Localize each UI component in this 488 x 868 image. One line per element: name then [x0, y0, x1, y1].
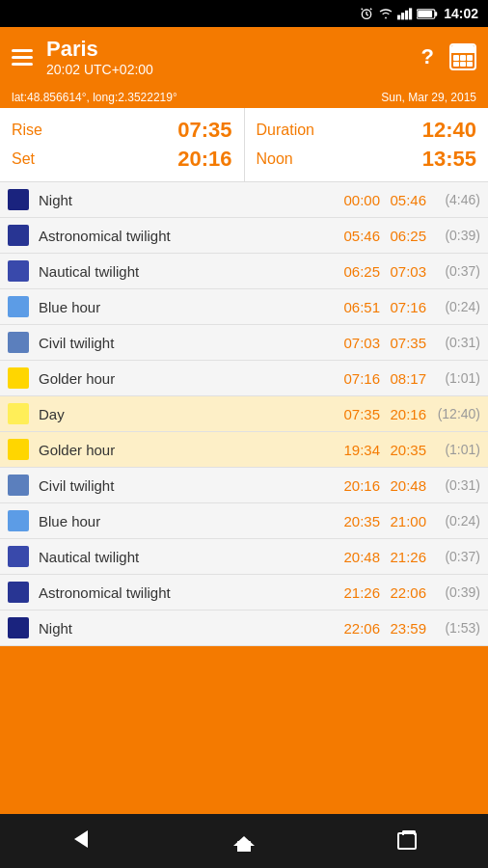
back-arrow-icon	[74, 828, 88, 854]
status-icons	[359, 6, 438, 21]
calendar-button[interactable]	[449, 43, 476, 70]
row-end-time: 21:00	[388, 513, 426, 529]
set-row: Set 20:16	[12, 145, 232, 174]
table-row: Nautical twilight 06:25 07:03 (0:37)	[0, 254, 488, 289]
row-end-time: 23:59	[388, 620, 426, 637]
row-label: Night	[39, 620, 341, 637]
row-color-box	[8, 403, 29, 424]
coords-bar: lat:48.856614°, long:2.3522219° Sun, Mar…	[0, 87, 488, 108]
row-color-box	[8, 617, 29, 638]
help-button[interactable]: ?	[421, 44, 434, 69]
row-duration: (1:01)	[434, 442, 480, 457]
row-times: 20:35 21:00 (0:24)	[341, 513, 480, 529]
row-end-time: 06:25	[388, 228, 426, 244]
header-left: Paris 20:02 UTC+02:00	[12, 37, 153, 77]
row-label: Day	[39, 406, 341, 422]
row-duration: (0:37)	[434, 549, 480, 564]
row-label: Night	[39, 192, 341, 208]
row-label: Blue hour	[39, 299, 341, 315]
row-color-box	[8, 225, 29, 246]
row-color-box	[8, 546, 29, 567]
app-header: Paris 20:02 UTC+02:00 ?	[0, 27, 488, 87]
status-time: 14:02	[444, 6, 478, 21]
svg-rect-4	[409, 8, 412, 19]
rise-value: 07:35	[177, 118, 231, 143]
row-duration: (1:01)	[434, 370, 480, 386]
row-start-time: 05:46	[341, 228, 380, 244]
svg-rect-3	[405, 11, 408, 20]
row-times: 06:25 07:03 (0:37)	[341, 263, 480, 280]
table-row: Nautical twilight 20:48 21:26 (0:37)	[0, 539, 488, 575]
row-times: 20:48 21:26 (0:37)	[341, 549, 480, 565]
table-row: Golder hour 19:34 20:35 (1:01)	[0, 432, 488, 468]
row-label: Civil twilight	[39, 477, 341, 494]
row-duration: (4:46)	[434, 192, 480, 207]
row-times: 06:51 07:16 (0:24)	[341, 299, 480, 315]
row-duration: (0:31)	[434, 477, 480, 493]
header-right: ?	[421, 43, 476, 70]
row-times: 07:35 20:16 (12:40)	[341, 406, 480, 422]
row-color-box	[8, 296, 29, 317]
row-duration: (1:53)	[434, 620, 480, 636]
bottom-navigation	[0, 814, 488, 868]
row-end-time: 08:17	[388, 370, 426, 387]
row-end-time: 07:35	[388, 335, 426, 351]
duration-value: 12:40	[422, 118, 476, 143]
row-label: Civil twilight	[39, 335, 341, 351]
noon-value: 13:55	[422, 147, 476, 172]
table-row: Blue hour 20:35 21:00 (0:24)	[0, 503, 488, 539]
row-color-box	[8, 260, 29, 282]
row-end-time: 21:26	[388, 549, 426, 565]
row-label: Golder hour	[39, 370, 341, 387]
twilight-table: Night 00:00 05:46 (4:46) Astronomical tw…	[0, 182, 488, 646]
svg-rect-1	[397, 15, 400, 20]
row-color-box	[8, 510, 29, 531]
row-label: Golder hour	[39, 442, 341, 458]
recents-icon	[397, 832, 417, 850]
table-row: Civil twilight 20:16 20:48 (0:31)	[0, 468, 488, 503]
row-start-time: 19:34	[341, 442, 380, 458]
row-times: 00:00 05:46 (4:46)	[341, 192, 480, 208]
table-row: Night 00:00 05:46 (4:46)	[0, 182, 488, 218]
row-color-box	[8, 332, 29, 353]
info-panel: Rise 07:35 Set 20:16 Duration 12:40 Noon…	[0, 108, 488, 182]
svg-rect-2	[401, 13, 404, 19]
row-start-time: 06:25	[341, 263, 380, 280]
row-duration: (12:40)	[434, 406, 480, 421]
row-end-time: 05:46	[388, 192, 426, 208]
menu-button[interactable]	[12, 49, 33, 66]
row-label: Astronomical twilight	[39, 584, 341, 601]
rise-row: Rise 07:35	[12, 116, 232, 145]
noon-label: Noon	[257, 150, 293, 168]
row-times: 07:16 08:17 (1:01)	[341, 370, 480, 387]
noon-row: Noon 13:55	[257, 145, 477, 174]
row-color-box	[8, 582, 29, 603]
row-times: 20:16 20:48 (0:31)	[341, 477, 480, 494]
row-color-box	[8, 439, 29, 460]
recents-button[interactable]	[378, 822, 436, 860]
row-label: Nautical twilight	[39, 263, 341, 280]
row-times: 07:03 07:35 (0:31)	[341, 335, 480, 351]
table-row: Golder hour 07:16 08:17 (1:01)	[0, 361, 488, 396]
home-button[interactable]	[215, 822, 273, 860]
row-duration: (0:24)	[434, 299, 480, 314]
row-duration: (0:24)	[434, 513, 480, 529]
back-button[interactable]	[52, 822, 110, 860]
table-row: Astronomical twilight 05:46 06:25 (0:39)	[0, 218, 488, 254]
table-row: Blue hour 06:51 07:16 (0:24)	[0, 289, 488, 325]
row-end-time: 20:48	[388, 477, 426, 494]
table-row: Night 22:06 23:59 (1:53)	[0, 610, 488, 646]
row-start-time: 22:06	[341, 620, 380, 637]
row-color-box	[8, 189, 29, 210]
battery-icon	[417, 8, 438, 20]
row-color-box	[8, 475, 29, 496]
row-end-time: 20:35	[388, 442, 426, 458]
row-end-time: 07:03	[388, 263, 426, 280]
row-start-time: 21:26	[341, 584, 380, 601]
row-start-time: 06:51	[341, 299, 380, 315]
table-row: Astronomical twilight 21:26 22:06 (0:39)	[0, 575, 488, 610]
set-value: 20:16	[177, 147, 231, 172]
row-label: Nautical twilight	[39, 549, 341, 565]
duration-label: Duration	[257, 122, 314, 139]
row-times: 21:26 22:06 (0:39)	[341, 584, 480, 601]
